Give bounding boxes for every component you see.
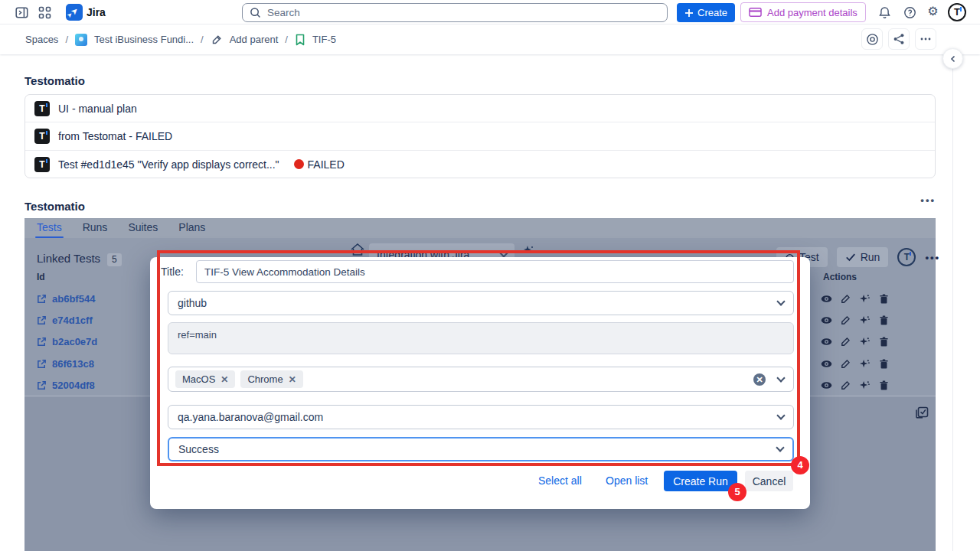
remove-tag-icon[interactable]: ✕	[289, 375, 296, 384]
bulk-select-icon[interactable]	[915, 405, 929, 419]
run-title-input[interactable]	[196, 260, 794, 283]
ai-sparkle-icon[interactable]	[859, 358, 871, 370]
more-actions-button[interactable]	[915, 28, 936, 50]
tag-macos: MacOS ✕	[175, 370, 235, 388]
open-list-link[interactable]: Open list	[606, 474, 648, 487]
breadcrumb-space-name[interactable]: Test iBusiness Fundi...	[94, 34, 194, 45]
chevron-down-icon	[776, 411, 785, 419]
breadcrumb-separator: /	[201, 34, 204, 45]
create-button[interactable]: Create	[677, 3, 735, 22]
clear-all-icon[interactable]: ✕	[753, 373, 766, 386]
run-params-textarea[interactable]: ref=main	[168, 322, 794, 354]
chevron-down-icon	[776, 297, 785, 305]
status-select-value: Success	[178, 443, 219, 455]
linked-test-link[interactable]: 86f613c8	[37, 356, 94, 371]
breadcrumb-separator: /	[285, 34, 288, 45]
more-ellipsis-icon	[920, 33, 932, 45]
view-icon[interactable]	[821, 358, 832, 370]
delete-trash-icon[interactable]	[878, 315, 890, 326]
status-select[interactable]: Success	[168, 437, 794, 461]
actions-row	[821, 377, 890, 393]
add-payment-details-button[interactable]: Add payment details	[740, 2, 866, 22]
ai-sparkle-icon[interactable]	[859, 293, 871, 305]
ai-sparkle-icon[interactable]	[859, 336, 871, 347]
tab-suites[interactable]: Suites	[128, 218, 158, 238]
widget-toolbar-more-icon[interactable]: •••	[925, 252, 940, 263]
ai-sparkle-icon[interactable]	[859, 380, 871, 391]
remove-tag-icon[interactable]: ✕	[220, 375, 228, 384]
chevron-down-icon	[499, 249, 508, 257]
create-run-button[interactable]: Create Run	[664, 471, 737, 491]
delete-trash-icon[interactable]	[878, 380, 890, 391]
annotation-step-5: 5	[728, 483, 746, 501]
tag-label: MacOS	[182, 373, 215, 385]
run-button[interactable]: Run	[837, 247, 889, 267]
testomatio-item-label: from Testomat - FAILED	[58, 130, 172, 142]
view-icon[interactable]	[821, 293, 832, 305]
view-icon[interactable]	[821, 336, 832, 347]
app-switcher-icon[interactable]	[38, 6, 51, 19]
edit-pencil-icon[interactable]	[840, 358, 851, 370]
linked-test-id: ab6bf544	[52, 293, 95, 305]
testomatio-item[interactable]: T from Testomat - FAILED	[25, 122, 935, 150]
user-avatar[interactable]: T	[948, 3, 966, 21]
assignee-select-value: qa.yana.baranova@gmail.com	[178, 411, 323, 423]
home-icon	[350, 243, 365, 256]
notifications-bell-icon[interactable]	[878, 6, 891, 19]
failed-status-dot	[294, 159, 304, 169]
delete-trash-icon[interactable]	[878, 336, 890, 347]
tab-tests[interactable]: Tests	[37, 218, 62, 238]
environment-select[interactable]: github	[168, 291, 794, 315]
section-title-testomatio: Testomatio	[24, 74, 85, 87]
cancel-button[interactable]: Cancel	[745, 471, 793, 491]
edit-pencil-icon[interactable]	[840, 293, 851, 305]
testomatio-item[interactable]: T Test #ed1d1e45 "Verify app displays co…	[25, 151, 935, 178]
search-input[interactable]	[267, 7, 660, 18]
share-button[interactable]	[888, 28, 910, 50]
global-search[interactable]	[242, 3, 668, 22]
breadcrumb-add-parent[interactable]: Add parent	[230, 34, 279, 45]
column-header-id: Id	[37, 272, 45, 282]
linked-test-link[interactable]: 52004df8	[37, 377, 95, 393]
linked-test-link[interactable]: b2ac0e7d	[37, 334, 97, 349]
jira-logo-icon[interactable]: ➤ ➤	[66, 4, 83, 21]
sidebar-toggle-icon[interactable]	[15, 6, 28, 19]
external-link-icon	[37, 315, 47, 325]
testomatio-circle-logo[interactable]: T	[897, 248, 916, 266]
edit-icon	[211, 34, 223, 46]
view-icon[interactable]	[821, 380, 832, 391]
edit-pencil-icon[interactable]	[840, 315, 851, 326]
edit-pencil-icon[interactable]	[840, 336, 851, 347]
external-link-icon	[37, 380, 47, 390]
select-all-link[interactable]: Select all	[538, 474, 582, 487]
check-icon	[845, 253, 856, 262]
edit-pencil-icon[interactable]	[840, 380, 851, 391]
sparkle-icon-fragment	[522, 244, 534, 256]
assignee-select[interactable]: qa.yana.baranova@gmail.com	[168, 405, 794, 429]
settings-gear-icon[interactable]: ⚙	[926, 5, 939, 18]
help-icon[interactable]	[903, 6, 916, 19]
delete-trash-icon[interactable]	[878, 358, 890, 370]
linked-test-link[interactable]: e74d1cff	[37, 312, 93, 328]
linked-test-id: e74d1cff	[52, 315, 93, 326]
credit-card-icon	[749, 7, 762, 18]
testomatio-item[interactable]: T UI - manual plan	[25, 95, 935, 122]
view-icon[interactable]	[821, 315, 832, 326]
bookmark-icon	[295, 34, 305, 46]
delete-trash-icon[interactable]	[878, 293, 890, 305]
linked-test-id: b2ac0e7d	[52, 336, 97, 347]
testomatio-item-label: Test #ed1d1e45 "Verify app displays corr…	[58, 158, 279, 171]
breadcrumb-page[interactable]: TIF-5	[312, 34, 336, 45]
tab-plans[interactable]: Plans	[178, 218, 205, 238]
linked-test-link[interactable]: ab6bf544	[37, 291, 95, 306]
collapse-panel-button[interactable]	[942, 48, 963, 69]
labels-multiselect[interactable]: MacOS ✕ Chrome ✕ ✕	[168, 367, 794, 392]
watch-button[interactable]	[861, 28, 883, 50]
breadcrumb-spaces[interactable]: Spaces	[25, 34, 58, 45]
ai-sparkle-icon[interactable]	[859, 315, 871, 326]
tab-runs[interactable]: Runs	[83, 218, 108, 238]
widget-more-icon[interactable]: •••	[916, 194, 936, 210]
right-panel-rail	[952, 28, 980, 551]
column-header-actions: Actions	[823, 272, 857, 282]
tag-chrome: Chrome ✕	[240, 370, 302, 388]
